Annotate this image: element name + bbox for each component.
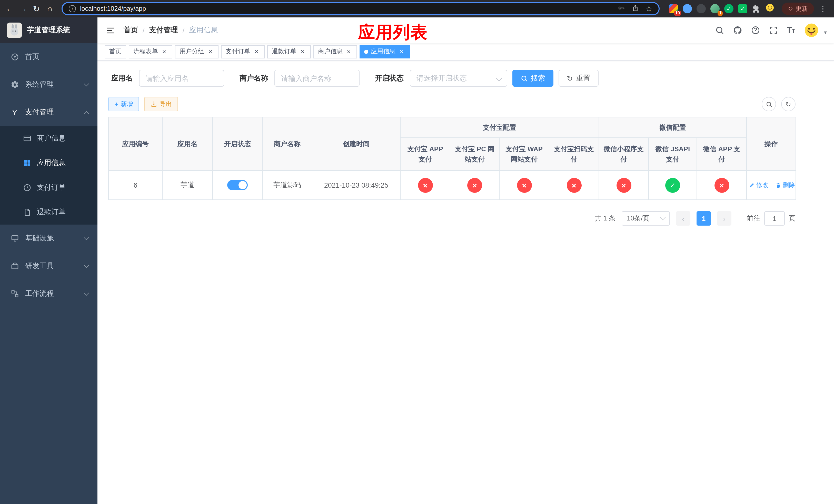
sidebar-item-label: 支付管理	[25, 108, 79, 117]
navbar-actions: TT ▾	[715, 23, 834, 38]
github-icon[interactable]	[733, 26, 742, 35]
cell-actions: 修改 删除	[747, 170, 796, 200]
tab-process-form[interactable]: 流程表单 ×	[129, 45, 172, 58]
share-icon[interactable]	[632, 4, 639, 14]
sidebar-item-pay-orders[interactable]: 支付订单	[0, 175, 97, 200]
sidebar-logo-bar[interactable]: 芋道管理系统	[0, 18, 97, 43]
prev-page-button[interactable]: ‹	[676, 211, 690, 226]
toggle-knob	[239, 181, 247, 189]
sidebar-item-label: 支付订单	[37, 183, 97, 192]
breadcrumb-item-payment[interactable]: 支付管理	[149, 26, 178, 35]
reset-button[interactable]: ↻ 重置	[558, 70, 598, 87]
refresh-table-button[interactable]: ↻	[781, 97, 795, 111]
search-button[interactable]: 搜索	[512, 70, 553, 87]
goto-page-input[interactable]	[764, 211, 785, 226]
site-info-icon[interactable]: i	[69, 5, 76, 12]
export-button[interactable]: 导出	[144, 97, 178, 111]
next-page-button[interactable]: ›	[717, 211, 731, 226]
tab-user-group[interactable]: 用户分组 ×	[175, 45, 219, 58]
emoji-extension-icon[interactable]	[765, 3, 774, 14]
page-size-value: 10条/页	[627, 214, 649, 223]
browser-forward-button[interactable]: →	[16, 2, 30, 15]
tab-app-info[interactable]: 应用信息 ×	[359, 45, 410, 58]
app-logo	[7, 23, 22, 38]
sidebar-item-refund-orders[interactable]: 退款订单	[0, 200, 97, 225]
sidebar-item-system[interactable]: 系统管理	[0, 71, 97, 98]
hamburger-icon[interactable]	[97, 18, 124, 43]
sidebar-item-workflow[interactable]: 工作流程	[0, 280, 97, 307]
sidebar-item-merchant-info[interactable]: 商户信息	[0, 126, 97, 151]
avatar-caret-icon[interactable]: ▾	[824, 29, 827, 38]
help-icon[interactable]	[751, 26, 760, 35]
tab-close-icon[interactable]: ×	[299, 48, 306, 55]
sidebar-item-home[interactable]: 首页	[0, 43, 97, 71]
browser-menu-icon[interactable]: ⋮	[817, 4, 829, 13]
tab-close-icon[interactable]: ×	[253, 48, 260, 55]
sidebar-item-infrastructure[interactable]: 基础设施	[0, 225, 97, 252]
bookmark-star-icon[interactable]: ☆	[645, 4, 653, 13]
tab-home[interactable]: 首页	[105, 45, 126, 58]
browser-reload-button[interactable]: ↻	[30, 2, 43, 15]
app-name-input[interactable]	[139, 70, 224, 87]
extension-icon-5[interactable]: ✓	[724, 4, 733, 13]
extension-icon-6[interactable]: ✓	[738, 4, 747, 13]
pencil-icon	[749, 182, 754, 188]
edit-button-label: 修改	[756, 181, 768, 189]
pagination: 共 1 条 10条/页 ‹ 1 › 前往 页	[108, 211, 795, 226]
goto-unit: 页	[789, 214, 795, 223]
status-select[interactable]: 请选择开启状态	[410, 70, 507, 87]
cell-wx-jsapi	[649, 170, 697, 200]
tab-pay-orders[interactable]: 支付订单 ×	[221, 45, 265, 58]
browser-back-button[interactable]: ←	[3, 2, 16, 15]
browser-home-button[interactable]: ⌂	[43, 2, 57, 15]
breadcrumb-separator: /	[182, 26, 185, 35]
extension-icon-2[interactable]	[683, 4, 692, 13]
page-number-1[interactable]: 1	[697, 211, 711, 226]
user-avatar[interactable]	[804, 23, 819, 38]
password-key-icon[interactable]	[618, 4, 626, 14]
edit-button[interactable]: 修改	[749, 181, 768, 189]
page-size-select[interactable]: 10条/页	[622, 211, 670, 226]
cell-merchant: 芋道源码	[262, 170, 312, 200]
extension-icon-3[interactable]	[697, 4, 706, 13]
app-name-label: 应用名	[111, 74, 133, 83]
sidebar-item-payment[interactable]: ¥ 支付管理	[0, 98, 97, 126]
extension-icon-1[interactable]: 10	[669, 4, 678, 13]
cell-app-id: 6	[109, 170, 162, 200]
tab-close-icon[interactable]: ×	[160, 48, 168, 55]
top-navbar: 首页 / 支付管理 / 应用信息 应用列表	[97, 18, 834, 43]
browser-chrome: ← → ↻ ⌂ i localhost:1024/pay/app ☆ 10	[0, 0, 834, 18]
url-text[interactable]: localhost:1024/pay/app	[80, 5, 614, 12]
toggle-search-button[interactable]	[762, 97, 776, 111]
browser-update-button[interactable]: ↻ 更新	[782, 3, 814, 15]
extensions-puzzle-icon[interactable]	[752, 4, 761, 13]
tab-close-icon[interactable]: ×	[207, 48, 214, 55]
add-button[interactable]: + 新增	[108, 97, 139, 111]
cell-wx-lite	[599, 170, 649, 200]
tab-merchant-info[interactable]: 商户信息 ×	[313, 45, 357, 58]
enabled-toggle[interactable]	[227, 180, 248, 190]
breadcrumb-item-home[interactable]: 首页	[124, 26, 138, 35]
header-search-icon[interactable]	[715, 26, 724, 35]
tab-close-icon[interactable]: ×	[345, 48, 352, 55]
search-icon	[521, 75, 528, 82]
page-title: 应用列表	[358, 21, 428, 44]
trash-icon	[775, 182, 781, 188]
sidebar-item-app-info[interactable]: 应用信息	[0, 151, 97, 175]
font-size-icon[interactable]: TT	[787, 26, 795, 35]
tab-refund-orders[interactable]: 退款订单 ×	[267, 45, 311, 58]
delete-button[interactable]: 删除	[775, 181, 795, 189]
refresh-icon: ↻	[786, 101, 791, 108]
tab-label: 流程表单	[133, 47, 158, 56]
address-bar[interactable]: i localhost:1024/pay/app ☆	[62, 2, 660, 15]
merchant-name-input[interactable]	[275, 70, 359, 87]
workflow-icon	[10, 290, 19, 298]
sidebar-item-dev-tools[interactable]: 研发工具	[0, 252, 97, 280]
chevron-down-icon	[84, 263, 89, 268]
col-group-wechat: 微信配置	[599, 117, 747, 138]
chevron-down-icon	[84, 81, 89, 86]
tab-close-icon[interactable]: ×	[398, 48, 405, 55]
tab-label: 应用信息	[371, 47, 395, 56]
extension-icon-4[interactable]: 1	[710, 4, 720, 13]
fullscreen-icon[interactable]	[769, 26, 778, 35]
